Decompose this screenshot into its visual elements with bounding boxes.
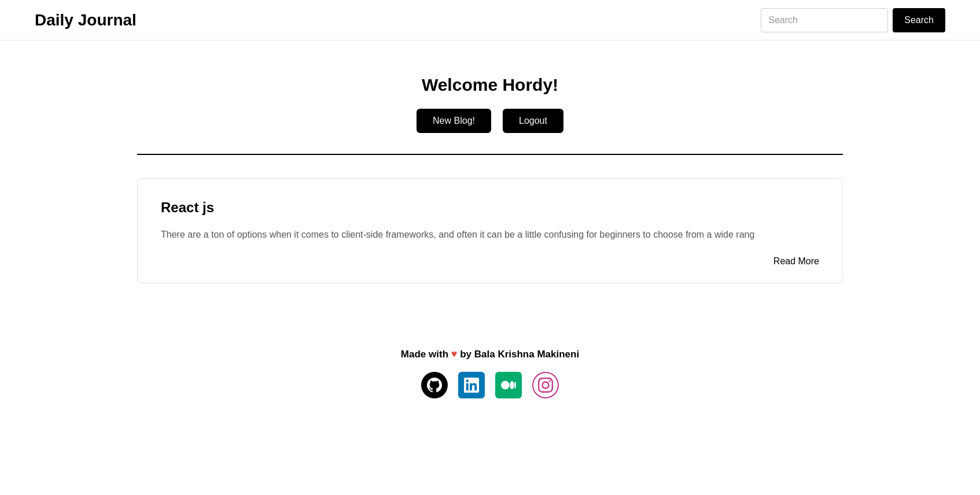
header: Daily Journal Search	[0, 0, 980, 40]
logout-button[interactable]: Logout	[503, 109, 563, 133]
welcome-section: Welcome Hordy! New Blog! Logout	[137, 75, 843, 155]
section-divider	[137, 154, 843, 155]
welcome-buttons: New Blog! Logout	[137, 109, 843, 133]
medium-link[interactable]	[495, 372, 522, 398]
github-icon	[427, 378, 442, 393]
footer-text-suffix: by Bala Krishna Makineni	[460, 349, 579, 360]
read-more-link[interactable]: Read More	[161, 256, 819, 267]
medium-icon	[501, 378, 516, 393]
search-section: Search	[761, 8, 945, 32]
main-content: Welcome Hordy! New Blog! Logout React js…	[114, 40, 866, 325]
welcome-title: Welcome Hordy!	[137, 75, 843, 95]
instagram-icon	[538, 378, 553, 393]
instagram-link[interactable]	[532, 372, 559, 398]
site-title: Daily Journal	[35, 11, 137, 29]
github-link[interactable]	[421, 372, 448, 398]
blog-excerpt: There are a ton of options when it comes…	[161, 227, 819, 242]
linkedin-icon	[464, 378, 479, 393]
search-input[interactable]	[761, 8, 888, 32]
heart-icon: ♥	[451, 348, 458, 360]
blog-title: React js	[161, 200, 819, 216]
linkedin-link[interactable]	[458, 372, 485, 398]
new-blog-button[interactable]: New Blog!	[417, 109, 491, 133]
blog-card: React js There are a ton of options when…	[137, 178, 843, 283]
footer-text: Made with ♥ by Bala Krishna Makineni	[12, 348, 968, 360]
social-icons	[12, 372, 968, 398]
footer: Made with ♥ by Bala Krishna Makineni	[0, 325, 980, 416]
footer-text-prefix: Made with	[401, 349, 448, 360]
search-button[interactable]: Search	[893, 8, 945, 32]
